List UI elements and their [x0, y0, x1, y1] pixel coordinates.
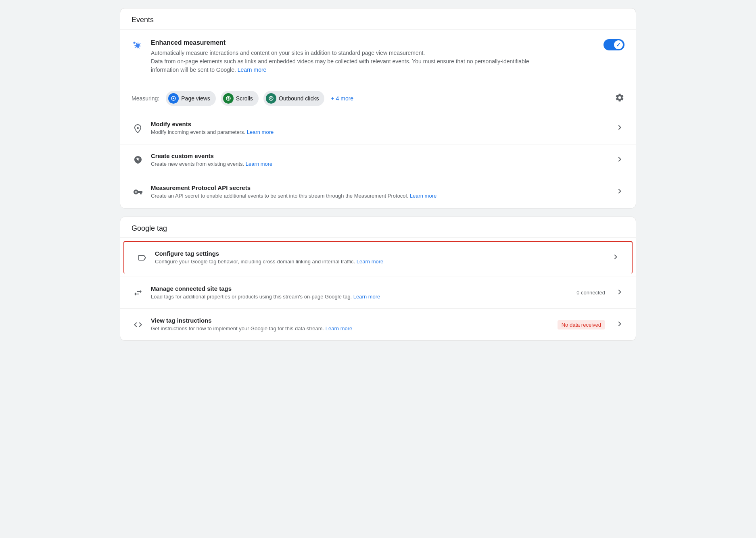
configure-tag-desc: Configure your Google tag behavior, incl…: [155, 258, 604, 265]
events-section: Events Enhanced measurement Automaticall…: [120, 8, 636, 209]
view-tag-instructions-item[interactable]: View tag instructions Get instructions f…: [120, 309, 636, 340]
view-tag-instructions-title: View tag instructions: [151, 317, 551, 324]
measurement-protocol-title: Measurement Protocol API secrets: [151, 184, 608, 191]
events-title: Events: [120, 8, 636, 29]
modify-events-icon: [132, 123, 144, 133]
settings-gear-icon[interactable]: [615, 93, 624, 104]
google-tag-title: Google tag: [120, 217, 636, 238]
manage-connected-desc: Load tags for additional properties or p…: [151, 293, 570, 300]
enhanced-measurement-text: Enhanced measurement Automatically measu…: [151, 39, 546, 74]
measurement-protocol-chevron: [615, 186, 624, 198]
scrolls-chip-icon: [223, 93, 234, 104]
enhanced-measurement-icon: [132, 40, 144, 54]
measuring-label: Measuring:: [132, 95, 159, 102]
view-tag-instructions-icon: [132, 320, 144, 329]
manage-connected-icon: [132, 288, 144, 298]
manage-connected-chevron: [615, 287, 624, 298]
modify-events-item[interactable]: Modify events Modify incoming events and…: [120, 113, 636, 144]
toggle-knob: ✓: [614, 40, 623, 49]
outbound-clicks-chip-label: Outbound clicks: [279, 95, 319, 102]
create-custom-events-item[interactable]: Create custom events Create new events f…: [120, 144, 636, 176]
more-link[interactable]: + 4 more: [331, 95, 353, 102]
modify-events-desc: Modify incoming events and parameters. L…: [151, 129, 608, 136]
google-tag-section: Google tag Configure tag settings Config…: [120, 217, 636, 341]
enhanced-measurement-title: Enhanced measurement: [151, 39, 546, 46]
modify-events-title: Modify events: [151, 121, 608, 127]
manage-connected-title: Manage connected site tags: [151, 285, 570, 292]
chip-outbound-clicks[interactable]: Outbound clicks: [263, 91, 325, 106]
create-custom-events-learn-more[interactable]: Learn more: [246, 161, 272, 167]
enhanced-learn-more-link[interactable]: Learn more: [238, 67, 267, 73]
manage-connected-meta: 0 connected: [576, 290, 605, 296]
create-custom-events-title: Create custom events: [151, 152, 608, 159]
create-custom-events-chevron: [615, 154, 624, 166]
svg-point-5: [270, 98, 272, 99]
view-tag-instructions-chevron: [615, 319, 624, 330]
view-tag-instructions-desc: Get instructions for how to implement yo…: [151, 325, 551, 332]
chip-scrolls[interactable]: Scrolls: [221, 91, 259, 106]
modify-events-chevron: [615, 123, 624, 134]
configure-tag-title: Configure tag settings: [155, 250, 604, 257]
configure-tag-item[interactable]: Configure tag settings Configure your Go…: [123, 241, 633, 273]
create-custom-events-icon: [132, 155, 144, 165]
configure-tag-icon: [136, 253, 148, 263]
enhanced-measurement-toggle[interactable]: ✓: [604, 39, 624, 50]
configure-tag-content: Configure tag settings Configure your Go…: [155, 250, 604, 265]
enhanced-measurement-block: Enhanced measurement Automatically measu…: [120, 29, 636, 84]
measurement-protocol-item[interactable]: Measurement Protocol API secrets Create …: [120, 176, 636, 208]
create-custom-events-desc: Create new events from existing events. …: [151, 161, 608, 168]
measurement-protocol-icon: [132, 187, 144, 197]
measuring-row: Measuring: Page views: [120, 84, 636, 113]
configure-tag-learn-more[interactable]: Learn more: [357, 259, 383, 265]
view-tag-instructions-content: View tag instructions Get instructions f…: [151, 317, 551, 332]
svg-point-4: [269, 96, 273, 100]
manage-connected-learn-more[interactable]: Learn more: [353, 294, 380, 300]
configure-tag-chevron: [611, 252, 620, 263]
enhanced-measurement-desc: Automatically measure interactions and c…: [151, 49, 546, 74]
toggle-check-icon: ✓: [616, 42, 621, 48]
page-views-chip-label: Page views: [181, 95, 210, 102]
measurement-protocol-desc: Create an API secret to enable additiona…: [151, 192, 608, 200]
scrolls-chip-label: Scrolls: [236, 95, 253, 102]
svg-point-2: [173, 98, 174, 99]
chip-page-views[interactable]: Page views: [166, 91, 216, 106]
page-views-chip-icon: [168, 93, 179, 104]
measurement-protocol-content: Measurement Protocol API secrets Create …: [151, 184, 608, 200]
no-data-received-badge: No data received: [558, 320, 605, 329]
create-custom-events-content: Create custom events Create new events f…: [151, 152, 608, 168]
svg-point-0: [134, 42, 136, 44]
manage-connected-item[interactable]: Manage connected site tags Load tags for…: [120, 277, 636, 309]
view-tag-instructions-learn-more[interactable]: Learn more: [326, 325, 352, 332]
modify-events-learn-more[interactable]: Learn more: [247, 129, 274, 135]
modify-events-content: Modify events Modify incoming events and…: [151, 121, 608, 136]
configure-tag-wrapper: Configure tag settings Configure your Go…: [120, 238, 636, 277]
manage-connected-content: Manage connected site tags Load tags for…: [151, 285, 570, 300]
measurement-protocol-learn-more[interactable]: Learn more: [410, 193, 436, 199]
outbound-clicks-chip-icon: [266, 93, 276, 104]
